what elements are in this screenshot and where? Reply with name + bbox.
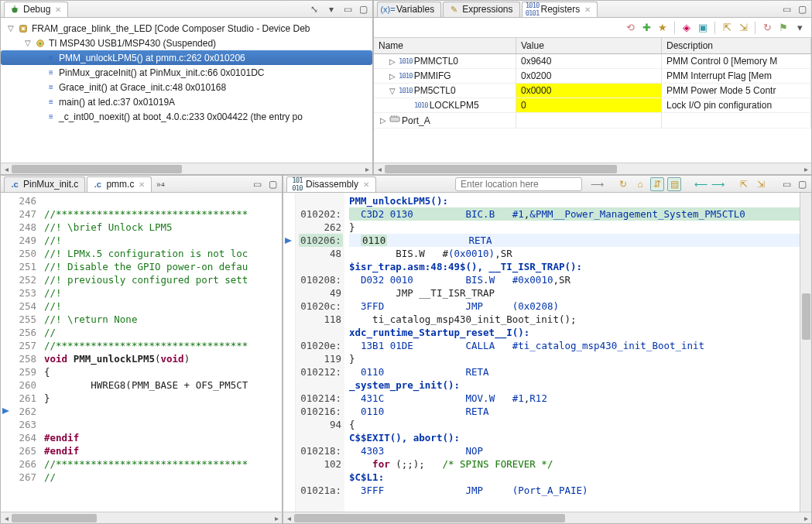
registers-toolbar: ⟲ ✚ ★ ◈ ▣ ⇱ ⇲ ↻ ⚑ ▾ [374,18,811,38]
disasm-location-input[interactable] [455,177,582,191]
reg-action-1-button[interactable]: ⟲ [623,21,637,35]
scroll-left-icon[interactable]: ◂ [283,514,294,522]
register-icon: 1010 [399,87,413,94]
svg-rect-8 [390,117,399,122]
stack-frame-0[interactable]: ≡ PMM_unlockLPM5() at pmm.c:262 0x010206 [1,50,372,65]
minimize-icon[interactable]: ▭ [251,179,263,190]
reg-action-3-button[interactable]: ★ [656,21,670,35]
editor-tabbar: .c PinMux_init.c .c pmm.c ✕ »₄ ▭ ▢ [1,176,282,193]
scroll-right-icon[interactable]: ▸ [271,514,282,522]
minimize-icon[interactable]: ▭ [780,179,793,190]
scroll-left-icon[interactable]: ◂ [1,514,12,522]
scroll-right-icon[interactable]: ▸ [361,165,372,173]
tab-registers[interactable]: 10100101 Registers ✕ [522,2,598,17]
col-name[interactable]: Name [374,38,516,53]
register-row[interactable]: ▷ Port_A [374,113,811,128]
scroll-left-icon[interactable]: ◂ [1,165,12,173]
close-icon[interactable]: ✕ [139,180,145,189]
maximize-icon[interactable]: ▢ [796,179,808,190]
debug-launch-node[interactable]: ▽ FRAM_grace_blink_the_LED [Code Compose… [1,21,372,36]
tab-variables[interactable]: (x)= Variables [377,2,441,17]
disasm-src-button[interactable]: ▤ [667,177,681,191]
scroll-thumb[interactable] [12,165,182,173]
reg-import-button[interactable]: ⇲ [736,21,750,35]
disasm-link-button[interactable]: ⇵ [650,177,664,191]
tab-pinmux[interactable]: .c PinMux_init.c [4,176,85,192]
debug-target-node[interactable]: ▽ ✦ TI MSP430 USB1/MSP430 (Suspended) [1,36,372,50]
register-value[interactable] [516,113,662,128]
stack-frame-4[interactable]: ≡ _c_int00_noexit() at boot_4.0.c:233 0x… [1,109,372,124]
register-value[interactable]: 0x9640 [516,54,662,69]
register-value[interactable]: 0x0000 [516,84,662,98]
register-value[interactable]: 0x0200 [516,69,662,84]
disasm-go-button[interactable]: ⟶ [590,177,604,191]
register-desc: PMM Interrupt Flag [Mem [662,69,811,84]
maximize-icon[interactable]: ▢ [357,4,369,15]
editor-hscrollbar[interactable]: ◂ ▸ [1,512,282,523]
debug-hscrollbar[interactable]: ◂ ▸ [1,163,372,174]
close-icon[interactable]: ✕ [584,5,591,14]
disasm-hscrollbar[interactable]: ◂ ▸ [283,512,811,523]
register-row[interactable]: ▽1010 PM5CTL00x0000PMM Power Mode 5 Cont… [374,84,811,98]
disasm-home-button[interactable]: ⌂ [633,177,647,191]
reg-menu-button[interactable]: ▾ [793,21,807,35]
minimize-icon[interactable]: ▭ [780,4,793,15]
col-desc[interactable]: Description [662,38,811,53]
disasm-body[interactable]: 010202: 262 010206: 48 010208: 49 01020c… [283,193,811,512]
disasm-tabbar: 101010 Disassembly ✕ ⟶ ↻ ⌂ ⇵ ▤ ⟵ ⟶ [283,176,811,193]
tab-expressions[interactable]: ✎ Expressions [443,2,519,17]
twisty-icon[interactable]: ▽ [5,24,16,33]
scroll-thumb[interactable] [294,514,565,522]
reg-action-4-button[interactable]: ◈ [680,21,694,35]
col-value[interactable]: Value [516,38,662,53]
reg-refresh-button[interactable]: ↻ [760,21,774,35]
disasm-import-button[interactable]: ⇲ [754,177,768,191]
scroll-right-icon[interactable]: ▸ [800,514,811,522]
disasm-back-button[interactable]: ⟵ [694,177,708,191]
reg-pin-button[interactable]: ⚑ [776,21,790,35]
frame-label: PinMux_graceInit() at PinMux_init.c:66 0… [59,67,264,78]
debug-stack-tree[interactable]: ▽ FRAM_grace_blink_the_LED [Code Compose… [1,18,372,163]
disasm-export-button[interactable]: ⇱ [737,177,751,191]
tab-pmm[interactable]: .c pmm.c ✕ [87,176,152,192]
stack-frame-3[interactable]: ≡ main() at led.c:37 0x01019A [1,94,372,109]
close-icon[interactable]: ✕ [363,180,369,189]
maximize-icon[interactable]: ▢ [266,179,279,190]
disasm-text[interactable]: PMM_unlockLPM5(): C3D2 0130 BIC.B #1,&PM… [344,193,800,512]
close-icon[interactable]: ✕ [55,5,61,14]
disasm-fwd-button[interactable]: ⟶ [711,177,725,191]
register-row[interactable]: 1010 LOCKLPM50Lock I/O pin configuration [374,98,811,113]
disasm-refresh-button[interactable]: ↻ [616,177,630,191]
twisty-icon[interactable]: ▽ [388,87,397,95]
minimize-icon[interactable]: ▭ [341,4,354,15]
register-value[interactable]: 0 [516,98,662,113]
tab-disassembly[interactable]: 101010 Disassembly ✕ [286,176,376,192]
register-row[interactable]: ▷1010 PMMCTL00x9640PMM Control 0 [Memory… [374,54,811,69]
reg-export-button[interactable]: ⇱ [720,21,734,35]
twisty-icon[interactable]: ▷ [379,116,388,125]
reg-action-5-button[interactable]: ▣ [696,21,710,35]
twisty-icon[interactable]: ▽ [22,39,33,47]
scroll-thumb[interactable] [385,165,617,173]
debug-menu-button[interactable]: ▾ [324,2,338,16]
register-row[interactable]: ▷1010 PMMIFG0x0200PMM Interrupt Flag [Me… [374,69,811,84]
scroll-thumb[interactable] [802,293,810,340]
stack-frame-2[interactable]: ≡ Grace_init() at Grace_init.c:48 0x0101… [1,80,372,94]
registers-hscrollbar[interactable]: ◂ ▸ [374,163,811,174]
twisty-icon[interactable]: ▷ [388,72,397,80]
overflow-tabs-button[interactable]: »₄ [153,177,167,191]
tab-debug[interactable]: Debug ✕ [4,2,68,17]
disasm-vscrollbar[interactable] [800,193,811,512]
frame-label: PMM_unlockLPM5() at pmm.c:262 0x010206 [59,53,245,63]
source-code-area[interactable]: 246 247 248 249 250 251 252 253 254 255 … [1,193,282,512]
debug-collapse-button[interactable]: ⤡ [307,2,321,16]
maximize-icon[interactable]: ▢ [796,4,808,15]
reg-action-2-button[interactable]: ✚ [639,21,653,35]
scroll-right-icon[interactable]: ▸ [800,165,811,173]
stack-frame-1[interactable]: ≡ PinMux_graceInit() at PinMux_init.c:66… [1,65,372,80]
scroll-thumb[interactable] [12,514,97,522]
registers-table[interactable]: Name Value Description ▷1010 PMMCTL00x96… [374,38,811,163]
scroll-left-icon[interactable]: ◂ [374,165,385,173]
twisty-icon[interactable]: ▷ [388,57,397,66]
source-text[interactable]: //********************************* //! … [41,193,282,512]
